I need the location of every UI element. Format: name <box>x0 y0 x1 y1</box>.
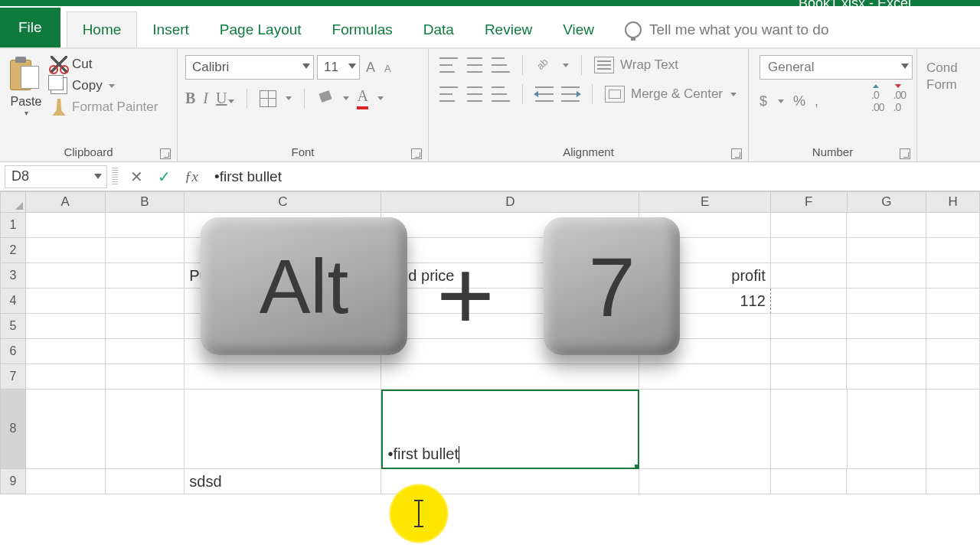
cell-E8[interactable] <box>639 390 770 469</box>
copy-button[interactable]: Copy <box>51 75 158 96</box>
borders-button[interactable] <box>260 90 276 107</box>
align-right-button[interactable] <box>492 86 510 102</box>
align-bottom-button[interactable] <box>492 57 510 73</box>
formula-input[interactable]: •first bullet <box>205 168 980 185</box>
cell-A2[interactable] <box>26 238 106 263</box>
cell-A5[interactable] <box>26 314 106 339</box>
cell-B9[interactable] <box>106 469 185 494</box>
tab-file[interactable]: File <box>0 8 60 47</box>
tab-page-layout[interactable]: Page Layout <box>204 12 317 47</box>
italic-button[interactable]: I <box>203 90 208 107</box>
col-header-e[interactable]: E <box>639 191 770 213</box>
row-header-7[interactable]: 7 <box>0 364 26 390</box>
cell-D7[interactable] <box>381 364 639 390</box>
row-header-1[interactable]: 1 <box>0 213 26 238</box>
tab-data[interactable]: Data <box>408 12 469 47</box>
font-color-button[interactable]: A <box>357 87 368 109</box>
cell-B8[interactable] <box>106 390 185 469</box>
fill-color-button[interactable] <box>317 90 334 107</box>
cell-F7[interactable] <box>771 364 848 390</box>
cell-E7[interactable] <box>639 364 770 390</box>
row-header-2[interactable]: 2 <box>0 238 26 263</box>
cell-G4[interactable] <box>847 289 926 314</box>
font-color-dropdown[interactable] <box>377 96 384 100</box>
cell-A9[interactable] <box>26 469 106 494</box>
cell-G1[interactable] <box>847 213 926 238</box>
cell-G2[interactable] <box>847 238 926 263</box>
cell-F2[interactable] <box>771 238 848 263</box>
cell-B5[interactable] <box>106 314 185 339</box>
format-painter-button[interactable]: Format Painter <box>51 96 158 118</box>
select-all-button[interactable] <box>0 191 26 213</box>
cell-F6[interactable] <box>771 339 848 364</box>
cell-C8[interactable] <box>185 390 381 469</box>
cell-A4[interactable] <box>26 289 106 314</box>
cell-G6[interactable] <box>847 339 926 364</box>
orientation-dropdown[interactable] <box>563 64 569 67</box>
row-header-6[interactable]: 6 <box>0 339 26 364</box>
cancel-edit-button[interactable]: ✕ <box>122 165 150 188</box>
formula-bar-grip[interactable] <box>112 168 118 186</box>
bold-button[interactable]: B <box>185 90 195 107</box>
number-launcher[interactable] <box>900 148 910 159</box>
cut-button[interactable]: Cut <box>51 54 158 75</box>
decrease-font-button[interactable] <box>381 60 394 76</box>
merge-dropdown[interactable] <box>730 93 737 96</box>
orientation-button[interactable] <box>535 56 554 74</box>
font-size-select[interactable]: 11 <box>317 55 360 80</box>
cell-G8[interactable] <box>848 390 927 469</box>
cell-E9[interactable] <box>639 469 770 494</box>
cell-H1[interactable] <box>926 213 980 238</box>
font-name-select[interactable]: Calibri <box>185 55 314 80</box>
align-middle-button[interactable] <box>466 57 484 73</box>
row-header-9[interactable]: 9 <box>0 469 26 494</box>
cell-B7[interactable] <box>106 364 185 390</box>
col-header-h[interactable]: H <box>926 191 980 213</box>
align-left-button[interactable] <box>439 86 458 102</box>
row-header-8[interactable]: 8 <box>0 390 26 469</box>
fill-color-dropdown[interactable] <box>343 96 349 100</box>
increase-decimal-button[interactable]: .0.00 <box>871 89 884 113</box>
cell-B6[interactable] <box>106 339 185 364</box>
confirm-edit-button[interactable]: ✓ <box>150 165 178 188</box>
col-header-a[interactable]: A <box>26 191 106 213</box>
cell-B4[interactable] <box>106 289 185 314</box>
cell-H3[interactable] <box>926 263 980 289</box>
col-header-c[interactable]: C <box>185 191 381 213</box>
accounting-format-button[interactable]: $ <box>760 93 767 109</box>
row-header-3[interactable]: 3 <box>0 263 26 289</box>
cell-H4[interactable] <box>926 289 980 314</box>
cell-F5[interactable] <box>771 314 848 339</box>
decrease-decimal-button[interactable]: .00.0 <box>893 89 906 113</box>
align-top-button[interactable] <box>439 57 458 73</box>
wrap-text-button[interactable]: Wrap Text <box>594 57 678 73</box>
increase-font-button[interactable] <box>363 60 378 76</box>
cell-D8[interactable]: •first bullet <box>381 390 639 469</box>
tab-review[interactable]: Review <box>469 12 547 47</box>
paste-button[interactable]: Paste ▾ <box>6 54 46 118</box>
merge-center-button[interactable]: Merge & Center <box>605 86 737 103</box>
cell-H2[interactable] <box>926 238 980 263</box>
font-launcher[interactable] <box>411 148 422 159</box>
col-header-f[interactable]: F <box>771 191 848 213</box>
alignment-launcher[interactable] <box>731 148 742 159</box>
copy-dropdown[interactable] <box>109 84 115 88</box>
name-box[interactable]: D8 <box>5 165 107 188</box>
row-header-5[interactable]: 5 <box>0 314 26 339</box>
cell-C9[interactable]: sdsd <box>185 469 381 494</box>
cell-F1[interactable] <box>771 213 848 238</box>
cell-G9[interactable] <box>847 469 926 494</box>
number-format-select[interactable]: General <box>760 55 913 80</box>
cell-G5[interactable] <box>847 314 926 339</box>
col-header-b[interactable]: B <box>106 191 185 213</box>
underline-button[interactable]: U <box>216 90 234 107</box>
tab-insert[interactable]: Insert <box>137 12 204 47</box>
increase-indent-button[interactable] <box>561 86 580 102</box>
insert-function-button[interactable]: ƒx <box>178 165 205 188</box>
align-center-button[interactable] <box>466 86 484 102</box>
cell-H6[interactable] <box>926 339 980 364</box>
cell-G7[interactable] <box>847 364 926 390</box>
cell-H9[interactable] <box>926 469 980 494</box>
cell-B2[interactable] <box>106 238 185 263</box>
cell-A6[interactable] <box>26 339 106 364</box>
